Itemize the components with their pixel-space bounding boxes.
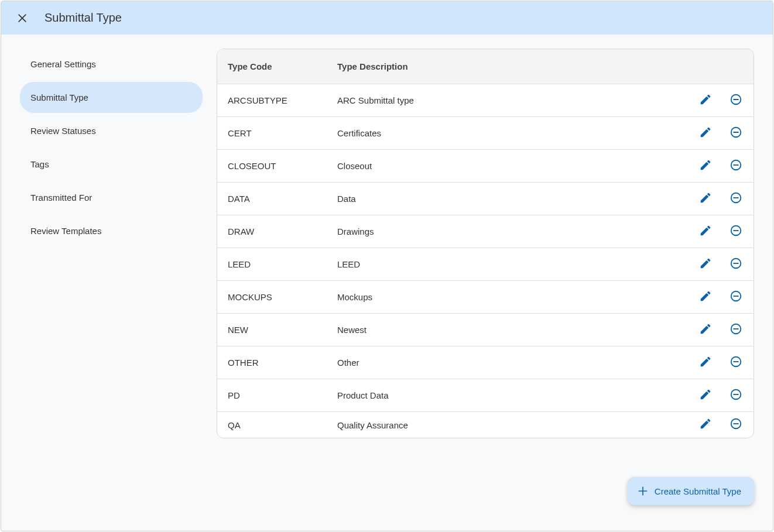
table-row: MOCKUPSMockups: [217, 281, 754, 314]
cell-actions: [689, 290, 754, 304]
cell-type-code: NEW: [217, 325, 337, 335]
pencil-icon: [699, 93, 712, 108]
table-row: CLOSEOUTCloseout: [217, 150, 754, 183]
cell-actions: [689, 389, 754, 403]
cell-type-description: Drawings: [337, 226, 689, 236]
table-row: LEEDLEED: [217, 248, 754, 281]
minus-circle-icon: [730, 159, 742, 174]
cell-actions: [689, 356, 754, 370]
delete-button[interactable]: [729, 126, 743, 140]
table-row: ARCSUBTYPEARC Submittal type: [217, 84, 754, 117]
delete-button[interactable]: [729, 418, 743, 432]
table-row: DATAData: [217, 183, 754, 215]
delete-button[interactable]: [729, 225, 743, 239]
cell-actions: [689, 159, 754, 173]
pencil-icon: [699, 417, 712, 433]
create-submittal-type-button[interactable]: Create Submittal Type: [628, 477, 754, 505]
delete-button[interactable]: [729, 389, 743, 403]
cell-type-description: LEED: [337, 259, 689, 269]
cell-type-description: Other: [337, 358, 689, 368]
close-button[interactable]: [11, 6, 34, 30]
header-bar: Submittal Type: [1, 1, 773, 35]
plus-icon: [637, 485, 649, 497]
cell-actions: [689, 126, 754, 140]
column-header-description: Type Description: [337, 61, 689, 71]
minus-circle-icon: [730, 355, 742, 370]
edit-button[interactable]: [698, 192, 713, 206]
sidebar-item-tags[interactable]: Tags: [20, 149, 203, 180]
cell-actions: [689, 192, 754, 206]
cell-type-description: Newest: [337, 325, 689, 335]
cell-type-description: Mockups: [337, 292, 689, 302]
pencil-icon: [699, 159, 712, 174]
delete-button[interactable]: [729, 159, 743, 173]
pencil-icon: [699, 290, 712, 305]
cell-type-code: MOCKUPS: [217, 292, 337, 302]
minus-circle-icon: [730, 388, 742, 403]
cell-type-code: CLOSEOUT: [217, 161, 337, 171]
table-row: NEWNewest: [217, 314, 754, 346]
pencil-icon: [699, 257, 712, 272]
sidebar: General Settings Submittal Type Review S…: [20, 49, 203, 517]
delete-button[interactable]: [729, 94, 743, 108]
delete-button[interactable]: [729, 192, 743, 206]
minus-circle-icon: [730, 322, 742, 338]
cell-type-code: PD: [217, 390, 337, 400]
edit-button[interactable]: [698, 94, 713, 108]
delete-button[interactable]: [729, 258, 743, 272]
edit-button[interactable]: [698, 323, 713, 337]
edit-button[interactable]: [698, 159, 713, 173]
pencil-icon: [699, 191, 712, 207]
minus-circle-icon: [730, 126, 742, 141]
minus-circle-icon: [730, 417, 742, 433]
edit-button[interactable]: [698, 356, 713, 370]
edit-button[interactable]: [698, 418, 713, 432]
edit-button[interactable]: [698, 126, 713, 140]
pencil-icon: [699, 126, 712, 141]
app-container: Submittal Type General Settings Submitta…: [1, 1, 773, 531]
pencil-icon: [699, 388, 712, 403]
edit-button[interactable]: [698, 225, 713, 239]
pencil-icon: [699, 322, 712, 338]
cell-type-description: ARC Submittal type: [337, 95, 689, 105]
sidebar-item-submittal-type[interactable]: Submittal Type: [20, 82, 203, 113]
table-row: DRAWDrawings: [217, 215, 754, 248]
sidebar-item-review-templates[interactable]: Review Templates: [20, 215, 203, 246]
delete-button[interactable]: [729, 290, 743, 304]
minus-circle-icon: [730, 290, 742, 305]
cell-type-code: DRAW: [217, 226, 337, 236]
edit-button[interactable]: [698, 389, 713, 403]
cell-type-code: DATA: [217, 194, 337, 204]
cell-actions: [689, 258, 754, 272]
cell-actions: [689, 225, 754, 239]
cell-type-description: Data: [337, 194, 689, 204]
cell-actions: [689, 323, 754, 337]
table-row: QAQuality Assurance: [217, 412, 754, 438]
edit-button[interactable]: [698, 290, 713, 304]
cell-type-code: LEED: [217, 259, 337, 269]
cell-type-code: CERT: [217, 128, 337, 138]
cell-type-description: Certificates: [337, 128, 689, 138]
sidebar-item-general-settings[interactable]: General Settings: [20, 49, 203, 80]
cell-type-code: OTHER: [217, 358, 337, 368]
delete-button[interactable]: [729, 356, 743, 370]
main-panel: Type Code Type Description ARCSUBTYPEARC…: [217, 49, 754, 517]
table-body: ARCSUBTYPEARC Submittal typeCERTCertific…: [217, 84, 754, 438]
sidebar-item-review-statuses[interactable]: Review Statuses: [20, 115, 203, 146]
table-row: PDProduct Data: [217, 379, 754, 412]
cell-type-code: QA: [217, 420, 337, 430]
sidebar-item-transmitted-for[interactable]: Transmitted For: [20, 182, 203, 213]
cell-type-description: Product Data: [337, 390, 689, 400]
edit-button[interactable]: [698, 258, 713, 272]
create-button-label: Create Submittal Type: [655, 486, 741, 496]
table-row: CERTCertificates: [217, 117, 754, 150]
minus-circle-icon: [730, 257, 742, 272]
minus-circle-icon: [730, 224, 742, 239]
content-area: General Settings Submittal Type Review S…: [1, 35, 773, 531]
table-header-row: Type Code Type Description: [217, 49, 754, 84]
cell-type-description: Quality Assurance: [337, 420, 689, 430]
cell-actions: [689, 418, 754, 432]
cell-actions: [689, 94, 754, 108]
column-header-code: Type Code: [217, 61, 337, 71]
delete-button[interactable]: [729, 323, 743, 337]
